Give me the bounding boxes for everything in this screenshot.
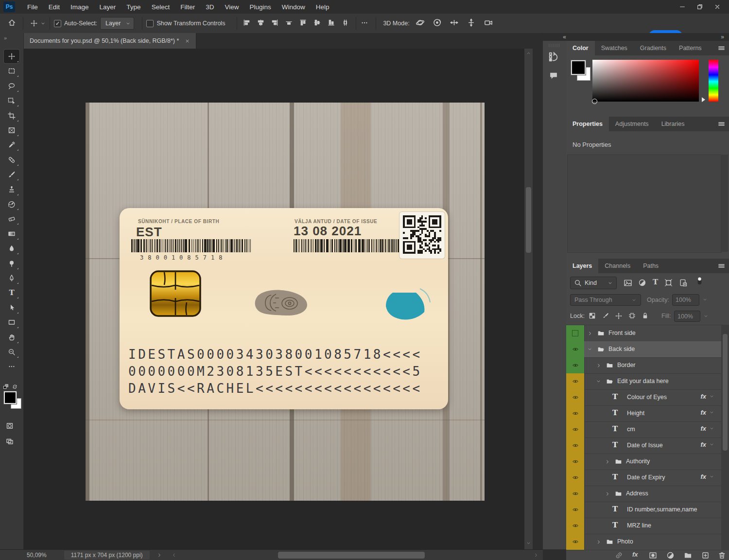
path-selection-tool[interactable]: [4, 301, 19, 315]
tab-patterns[interactable]: Patterns: [673, 41, 708, 55]
layer-visibility-toggle[interactable]: [566, 438, 585, 454]
history-panel-button[interactable]: [548, 52, 559, 64]
scroll-right-icon[interactable]: [533, 552, 539, 558]
layer-visibility-toggle[interactable]: [566, 486, 585, 502]
tab-properties[interactable]: Properties: [566, 117, 609, 131]
filter-shape-layers-button[interactable]: [664, 279, 673, 288]
align-middle-button[interactable]: [313, 19, 321, 28]
default-colors-icon[interactable]: [3, 384, 10, 390]
type-tool[interactable]: T: [4, 286, 19, 299]
hue-slider[interactable]: [709, 60, 718, 102]
history-brush-tool[interactable]: [4, 197, 19, 211]
properties-scrollbar[interactable]: [721, 155, 728, 252]
chevron-right-icon[interactable]: [587, 331, 593, 336]
screen-mode-button[interactable]: [6, 438, 14, 447]
pen-tool[interactable]: [4, 271, 19, 285]
lock-position-button[interactable]: [615, 312, 623, 321]
menu-type[interactable]: Type: [121, 1, 146, 13]
layers-scrollbar[interactable]: [721, 325, 729, 550]
menu-select[interactable]: Select: [146, 1, 175, 13]
layer-row-date-of-expiry[interactable]: TDate of Expiryfx: [566, 470, 721, 486]
menu-filter[interactable]: Filter: [175, 1, 200, 13]
status-chevron-icon[interactable]: [156, 552, 162, 558]
tab-layers[interactable]: Layers: [566, 259, 598, 273]
scroll-left-icon[interactable]: [171, 552, 177, 558]
filter-toggle[interactable]: [695, 276, 704, 287]
chevron-down-icon[interactable]: [709, 474, 714, 479]
color-picker-cursor[interactable]: [592, 99, 597, 104]
lock-all-button[interactable]: [642, 312, 649, 321]
clone-stamp-tool[interactable]: [4, 183, 19, 196]
tool-preset-button[interactable]: [30, 19, 46, 27]
crop-tool[interactable]: [4, 109, 19, 122]
object-selection-tool[interactable]: [4, 94, 19, 107]
show-transform-checkbox[interactable]: [146, 20, 154, 27]
filter-smart-objects-button[interactable]: [679, 279, 687, 288]
horizontal-scroll-thumb[interactable]: [278, 552, 424, 559]
layer-effects-badge[interactable]: fx: [700, 409, 714, 416]
zoom-tool[interactable]: [4, 345, 19, 359]
tab-gradients[interactable]: Gradients: [634, 41, 673, 55]
chevron-down-icon[interactable]: [587, 347, 592, 352]
tab-channels[interactable]: Channels: [598, 259, 637, 273]
horizontal-scrollbar[interactable]: [181, 552, 529, 559]
blur-tool[interactable]: [4, 242, 19, 255]
link-layers-button[interactable]: [615, 551, 623, 560]
layer-visibility-toggle[interactable]: [566, 325, 585, 341]
more-options-button[interactable]: [360, 19, 369, 28]
new-layer-button[interactable]: [701, 551, 710, 560]
properties-panel-menu-icon[interactable]: [718, 121, 725, 128]
tab-paths[interactable]: Paths: [637, 259, 665, 273]
color-panel-menu-icon[interactable]: [718, 45, 725, 52]
close-tab-icon[interactable]: [185, 38, 190, 44]
document-tab[interactable]: Documents for you.psd @ 50,1% (Back side…: [24, 33, 196, 49]
layer-row-mrz-line[interactable]: TMRZ line: [566, 518, 721, 534]
eyedropper-tool[interactable]: [4, 138, 19, 152]
layer-row-id-number-surname-name[interactable]: TID number,surname,name: [566, 502, 721, 518]
swap-colors-icon[interactable]: [12, 384, 18, 390]
menu-plugins[interactable]: Plugins: [244, 1, 276, 13]
zoom-level-field[interactable]: 50,09%: [27, 552, 47, 559]
layer-row-back-side[interactable]: Back side: [566, 341, 721, 358]
menu-layer[interactable]: Layer: [94, 1, 122, 13]
brush-tool[interactable]: [4, 168, 19, 181]
tab-swatches[interactable]: Swatches: [595, 41, 634, 55]
expand-panels-button[interactable]: »: [721, 34, 724, 40]
auto-select-checkbox[interactable]: ✓: [54, 20, 61, 27]
dodge-tool[interactable]: [4, 257, 19, 270]
tab-libraries[interactable]: Libraries: [655, 117, 691, 131]
layer-effects-badge[interactable]: fx: [700, 473, 714, 480]
fill-chevron-icon[interactable]: [703, 314, 709, 319]
menu-image[interactable]: Image: [65, 1, 94, 13]
add-mask-button[interactable]: [649, 551, 657, 560]
layer-effects-badge[interactable]: fx: [700, 393, 714, 400]
menu-3d[interactable]: 3D: [200, 1, 219, 13]
chevron-right-icon[interactable]: [605, 459, 610, 465]
3d-slide-button[interactable]: [467, 18, 476, 29]
lasso-tool[interactable]: [4, 79, 19, 93]
filter-kind-dropdown[interactable]: Kind: [570, 277, 617, 289]
layer-row-edit-your-data-here[interactable]: Edit your data here: [566, 373, 721, 390]
layer-visibility-toggle[interactable]: [566, 534, 585, 550]
id-card-back[interactable]: SÜNNIKOHT / PLACE OF BIRTH EST 380010857…: [120, 208, 448, 409]
canvas-pasteboard[interactable]: SÜNNIKOHT / PLACE OF BIRTH EST 380010857…: [24, 49, 533, 549]
opacity-chevron-icon[interactable]: [702, 297, 708, 302]
blend-mode-dropdown[interactable]: Pass Through: [570, 294, 641, 306]
move-tool[interactable]: [4, 50, 19, 63]
lock-artboard-button[interactable]: [628, 312, 636, 321]
scroll-up-icon[interactable]: [526, 51, 531, 56]
align-center-button[interactable]: [257, 19, 264, 28]
hand-tool[interactable]: [4, 331, 19, 344]
chevron-down-icon[interactable]: [709, 442, 714, 447]
chevron-right-icon[interactable]: [605, 491, 610, 497]
layer-visibility-toggle[interactable]: [566, 389, 585, 405]
restore-button[interactable]: [691, 0, 709, 14]
vertical-scrollbar[interactable]: [524, 49, 533, 549]
layer-visibility-toggle[interactable]: [566, 518, 585, 534]
3d-camera-button[interactable]: [484, 18, 493, 29]
layer-row-height[interactable]: THeightfx: [566, 405, 721, 422]
chevron-down-icon[interactable]: [709, 410, 714, 415]
filter-pixel-layers-button[interactable]: [624, 279, 632, 289]
layer-effects-badge[interactable]: fx: [700, 441, 714, 448]
auto-select-target-dropdown[interactable]: Layer: [100, 17, 134, 30]
